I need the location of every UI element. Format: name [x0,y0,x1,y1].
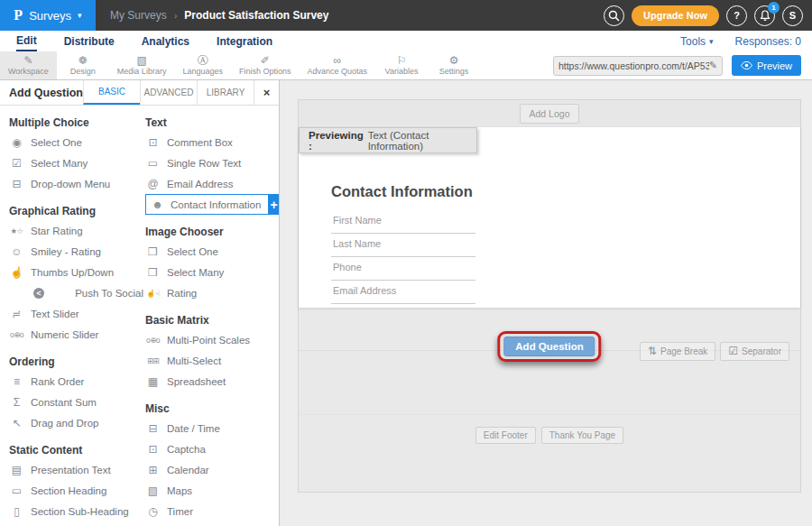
break-buttons: ⇅ Page Break ☑ Separator [640,342,789,361]
radio-icon: ◉ [9,136,24,149]
separator-button[interactable]: ☑ Separator [720,342,789,361]
question-type-single-row-text[interactable]: ▭Single Row Text [145,152,279,173]
question-type-captcha[interactable]: ⊡Captcha [145,438,279,459]
question-type-contact-information[interactable]: ☻Contact Information+ [145,194,279,215]
help-button[interactable]: ? [726,5,747,26]
toolbar-tab-languages[interactable]: ⒶLanguages [174,51,231,79]
breadcrumb: My Surveys › Product Satisfaction Survey [110,9,328,22]
search-button[interactable] [604,5,624,26]
question-type-multi-point-scales[interactable]: o⊕oMulti-Point Scales [145,329,279,350]
question-type-drop-down-menu[interactable]: ⊟Drop-down Menu [9,173,143,194]
edit-url-pencil-icon[interactable]: ✎ [709,60,717,71]
question-type-text-slider[interactable]: ≓Text Slider [9,303,143,324]
question-type-smiley-rating[interactable]: ☺Smiley - Rating [9,241,143,262]
question-type-label: Email Address [167,179,234,189]
question-type-select-many[interactable]: ❒Select Many [145,262,279,282]
tab-edit[interactable]: Edit [16,32,37,51]
toolbar-tab-settings[interactable]: ⚙Settings [428,51,480,79]
text-slider-icon: ≓ [9,308,24,320]
question-type-select-one[interactable]: ❒Select One [145,241,279,262]
search-icon [608,10,620,22]
question-type-label: Star Rating [31,226,83,236]
question-type-thumbs-up-down[interactable]: ☝Thumbs Up/Down [9,262,143,282]
upgrade-now-button[interactable]: Upgrade Now [632,5,719,26]
question-type-section-heading[interactable]: ▭Section Heading [9,480,143,501]
edit-toolbar: ✎Workspace❁Design▧Media LibraryⒶLanguage… [0,51,812,80]
toolbar-tab-finish-options[interactable]: ✐Finish Options [231,51,300,79]
question-type-section-sub-heading[interactable]: ▯Section Sub-Heading [9,501,143,521]
close-panel-button[interactable]: × [254,80,279,105]
tools-menu[interactable]: Tools ▾ [680,35,714,48]
tab-analytics[interactable]: Analytics [142,32,189,51]
thumb-rating-icon: ☝☟ [145,289,161,298]
logo-strip: Add Logo [299,100,800,127]
app-menu-surveys[interactable]: P Surveys ▾ [0,0,96,31]
tab-integration[interactable]: Integration [217,32,272,51]
question-type-drag-and-drop[interactable]: ↖Drag and Drop [9,412,143,433]
person-icon: ☻ [150,198,165,211]
question-type-label: Thumbs Up/Down [31,267,114,278]
question-category-basic-matrix: Basic Matrixo⊕oMulti-Point Scales⊞⊞Multi… [145,311,279,392]
question-type-label: Select One [167,246,218,257]
add-selected-question-button[interactable]: + [269,194,279,215]
previewing-label: Previewing : [309,130,364,152]
question-type-maps[interactable]: ▧Maps [145,480,279,501]
toolbar-tab-media-library[interactable]: ▧Media Library [109,51,175,79]
toolbar-tab-advance-quotas[interactable]: ∞Advance Quotas [299,51,375,79]
tab-distribute[interactable]: Distribute [64,32,115,51]
responses-link[interactable]: Responses: 0 [735,35,801,48]
question-type-label: Smiley - Rating [31,246,101,257]
toolbar-tab-label: Finish Options [239,67,291,77]
question-type-email-address[interactable]: @Email Address [145,173,279,194]
app-menu-label: Surveys [29,9,71,23]
toolbar-tab-workspace[interactable]: ✎Workspace [0,51,57,79]
tab-basic[interactable]: BASIC [83,80,140,105]
question-type-push-to-social[interactable]: <Push To Social [9,282,143,303]
question-type-date-time[interactable]: ⊟Date / Time [145,418,279,438]
question-type-label: Push To Social [75,288,143,299]
edit-footer-button[interactable]: Edit Footer [475,427,536,444]
email-address-field[interactable] [331,283,475,304]
question-type-multi-select[interactable]: ⊞⊞Multi-Select [145,350,279,371]
question-type-presentation-text[interactable]: ▤Presentation Text [9,459,143,480]
tools-label: Tools [680,35,706,48]
question-type-calendar[interactable]: ⊞Calendar [145,459,279,480]
preview-button[interactable]: Preview [732,55,801,76]
monitors-icon: ❒ [145,266,161,279]
page-actions-zone: Add Question ⇅ Page Break ☑ Separator [299,308,800,414]
tab-advanced[interactable]: ADVANCED [140,80,197,105]
breadcrumb-my-surveys[interactable]: My Surveys [110,9,167,22]
last-name-field[interactable] [331,236,475,257]
question-type-label: Rating [167,288,197,299]
page-break-button[interactable]: ⇅ Page Break [640,342,715,361]
toolbar-tab-design[interactable]: ❁Design [57,51,109,79]
toolbar-tab-variables[interactable]: ⚐Variables [375,51,428,79]
question-type-rank-order[interactable]: ≡Rank Order [9,371,143,392]
question-type-select-one[interactable]: ◉Select One [9,132,143,152]
question-type-columns: Multiple Choice◉Select One☑Select Many⊟D… [0,106,279,521]
thank-you-page-button[interactable]: Thank You Page [541,427,623,444]
question-type-comment-box[interactable]: ⊡Comment Box [145,132,279,152]
question-type-timer[interactable]: ◷Timer [145,501,279,521]
question-type-spreadsheet[interactable]: ▦Spreadsheet [145,371,279,392]
question-category-heading: Multiple Choice [9,114,143,132]
tab-library[interactable]: LIBRARY [197,80,254,105]
user-avatar[interactable]: S [782,5,803,26]
add-question-button[interactable]: Add Question [503,337,595,356]
question-column-2: Text⊡Comment Box▭Single Row Text@Email A… [145,106,279,521]
question-type-label: Text Slider [31,309,79,319]
phone-field[interactable] [331,260,475,281]
question-type-rating[interactable]: ☝☟Rating [145,282,279,303]
first-name-field[interactable] [331,213,475,234]
nav-right: Tools ▾ Responses: 0 [680,35,801,48]
question-type-label: Maps [167,485,192,496]
question-type-numeric-slider[interactable]: o⊕oNumeric Slider [9,324,143,345]
question-type-star-rating[interactable]: ★☆Star Rating [9,220,143,241]
add-question-panel-header: Add Question BASIC ADVANCED LIBRARY × [0,80,279,106]
survey-url-input[interactable] [558,60,709,71]
question-type-select-many[interactable]: ☑Select Many [9,152,143,173]
calendar-icon: ⊞ [145,464,161,476]
notifications-button[interactable]: 1 [754,5,775,26]
question-type-constant-sum[interactable]: ΣConstant Sum [9,392,143,412]
add-logo-button[interactable]: Add Logo [520,104,580,124]
